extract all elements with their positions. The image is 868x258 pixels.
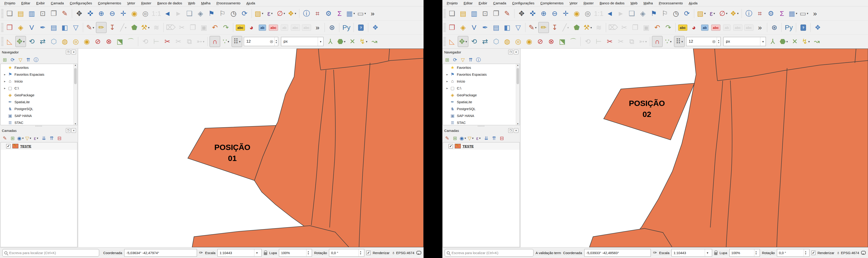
browser-item-sap-hana[interactable]: ▣SAP HANA [1, 112, 77, 119]
toolbar-overflow-button[interactable]: » [367, 8, 378, 19]
pan-to-selection-button[interactable]: ✜ [527, 8, 538, 19]
show-layout-manager-button[interactable]: ❐ [49, 8, 59, 19]
open-data-source-manager-button[interactable]: ❒ [447, 22, 457, 33]
layer-row-teste[interactable]: ✓ TESTE [443, 142, 520, 150]
deselect-features-button[interactable]: ∅▾ [276, 8, 286, 19]
save-layer-edits-button[interactable]: ↧ [107, 22, 118, 33]
menu-banco-de-dados[interactable]: Banco de dados [597, 0, 627, 6]
identify-features-button[interactable]: ⓘ [744, 8, 754, 19]
browser-refresh-button[interactable]: ⟳ [9, 56, 16, 63]
add-part-button[interactable]: ◎ [513, 36, 523, 47]
messages-icon[interactable] [416, 251, 421, 255]
open-project-button[interactable]: ▤ [16, 8, 26, 19]
render-checkbox[interactable]: ✓ [366, 251, 371, 255]
copy-move-feature-button[interactable]: ⇄ [480, 36, 490, 47]
browser-item-inicio[interactable]: ▸⌂Início [1, 78, 77, 85]
identify-features-button[interactable]: ⓘ [301, 8, 312, 19]
dropdown-arrow-icon[interactable]: ▾ [472, 136, 474, 140]
temporal-controller-button[interactable]: ◷ [228, 8, 239, 19]
panel-float-button[interactable]: ❐ [508, 128, 513, 133]
browser-item-stac[interactable]: ≣STAC [1, 119, 77, 125]
browser-filter-button[interactable]: ▽ [459, 56, 466, 63]
dropdown-arrow-icon[interactable]: ▾ [30, 136, 31, 140]
rotation-spinbox[interactable]: 0,0 °▴▾ [777, 249, 809, 257]
panel-close-button[interactable]: ✕ [514, 50, 518, 54]
zoom-to-selection-button[interactable]: ◉ [571, 8, 582, 19]
messages-icon[interactable] [861, 251, 866, 255]
redo-button[interactable]: ↷ [221, 22, 231, 33]
select-features-button[interactable]: ▧▾ [696, 8, 707, 19]
zoom-to-layer-button[interactable]: ◎ [140, 8, 151, 19]
browser-item-favoritos[interactable]: ★Favoritos [1, 64, 77, 71]
dropdown-arrow-icon[interactable]: ▾ [366, 40, 368, 43]
spin-arrows[interactable]: ▴▾ [717, 37, 720, 46]
dropdown-arrow-icon[interactable]: ▾ [464, 136, 466, 140]
digitize-with-curve-button[interactable]: ↝ [811, 36, 822, 47]
select-by-expression-button[interactable]: ε▾ [707, 8, 718, 19]
dropdown-arrow-icon[interactable]: ▾ [283, 12, 285, 15]
layers-manage-visibility-button[interactable]: ◉▾ [459, 134, 466, 142]
browser-collapse-all-button[interactable]: ⇈ [467, 56, 474, 63]
geometry-checker-button[interactable]: ❖ [812, 22, 823, 33]
menu-projeto[interactable]: Projeto [1, 0, 19, 6]
snapping-unit-combo[interactable]: px▾ [723, 37, 766, 46]
layers-add-group-button[interactable]: ⊞ [451, 134, 459, 142]
menu-exibir[interactable]: Exibir [33, 0, 48, 6]
browser-refresh-button[interactable]: ⟳ [451, 56, 459, 63]
new-map-view-button[interactable]: ❏ [626, 8, 637, 19]
expand-arrow-icon[interactable]: ▸ [445, 73, 450, 76]
cad-tools-button[interactable]: ◺ [447, 36, 457, 47]
open-attribute-table-button[interactable]: ▦▾ [345, 8, 356, 19]
new-shapefile-layer-button[interactable]: V [26, 22, 37, 33]
offset-curve-button[interactable]: ⌒ [126, 36, 136, 47]
snapping-on-intersection-button[interactable]: ✕ [789, 36, 800, 47]
snapping-options-button[interactable]: ⠿▾ [231, 36, 242, 47]
dropdown-arrow-icon[interactable]: ▾ [353, 12, 355, 15]
fill-ring-button[interactable]: ◉ [82, 36, 92, 47]
refresh-map-button[interactable]: ⟳ [239, 8, 250, 19]
browser-item-c-drive[interactable]: ▸▢C:\ [1, 85, 77, 92]
dropdown-arrow-icon[interactable]: ▾ [262, 12, 263, 15]
browser-item-c-drive[interactable]: ▸▢C:\ [443, 85, 520, 92]
rotate-feature-button[interactable]: ⟲ [469, 36, 479, 47]
toolbar-overflow-button[interactable]: » [754, 22, 765, 33]
snapping-type-button[interactable]: ∵▾ [663, 36, 674, 47]
new-spatial-bookmark-button[interactable]: ⚑ [206, 8, 217, 19]
save-project-button[interactable]: ▥ [26, 8, 37, 19]
scale-combo[interactable]: 1:10443▾ [672, 249, 712, 257]
magnifier-spinbox[interactable]: 100%▴▾ [279, 249, 312, 257]
clear-icon[interactable]: ⊗ [269, 39, 274, 44]
dropdown-arrow-icon[interactable]: ▾ [23, 40, 25, 43]
expand-arrow-icon[interactable]: ▸ [2, 87, 7, 90]
layer-visibility-checkbox[interactable]: ✓ [6, 144, 10, 149]
new-virtual-layer-button[interactable]: ◧ [59, 22, 70, 33]
undo-button[interactable]: ↶ [210, 22, 220, 33]
menu-vetor[interactable]: Vetor [566, 0, 581, 6]
browser-filter-button[interactable]: ▽ [17, 56, 24, 63]
topological-editing-button[interactable]: ⅄ [325, 36, 336, 47]
new-shapefile-layer-button[interactable]: V [469, 22, 479, 33]
menu-vetor[interactable]: Vetor [124, 0, 138, 6]
map-canvas[interactable]: POSIÇÃO 01 [78, 49, 424, 247]
rotation-spinbox[interactable]: 0,0 °▴▾ [329, 249, 364, 257]
new-mesh-layer-button[interactable]: ▽ [513, 22, 523, 33]
style-manager-button[interactable]: ✎ [502, 8, 513, 19]
dropdown-arrow-icon[interactable]: ▾ [713, 12, 715, 15]
reshape-features-button[interactable]: ⬔ [557, 36, 567, 47]
measure-line-button[interactable]: ▭▾ [799, 8, 809, 19]
dropdown-arrow-icon[interactable]: ▾ [203, 40, 205, 43]
layers-manage-visibility-button[interactable]: ◉▾ [17, 134, 24, 142]
new-print-layout-button[interactable]: ⊡ [37, 8, 48, 19]
layers-style-manager-button[interactable]: ✎ [443, 134, 451, 142]
menu-camada[interactable]: Camada [490, 0, 509, 6]
layers-filter-expression-button[interactable]: ε▾ [475, 134, 482, 142]
new-print-layout-button[interactable]: ⊡ [480, 8, 490, 19]
scrollbar-thumb[interactable] [517, 68, 519, 84]
open-attribute-table-button[interactable]: ▦▾ [788, 8, 798, 19]
browser-item-favoritos-espaciais[interactable]: ▸⚑Favoritos Espaciais [1, 71, 77, 78]
dropdown-arrow-icon[interactable]: ▾ [807, 12, 808, 15]
dropdown-arrow-icon[interactable]: ▾ [228, 40, 229, 43]
panel-splitter[interactable]: •••••• [442, 125, 520, 127]
current-edits-button[interactable]: ✎▾ [527, 22, 538, 33]
dropdown-arrow-icon[interactable]: ▾ [670, 40, 672, 43]
